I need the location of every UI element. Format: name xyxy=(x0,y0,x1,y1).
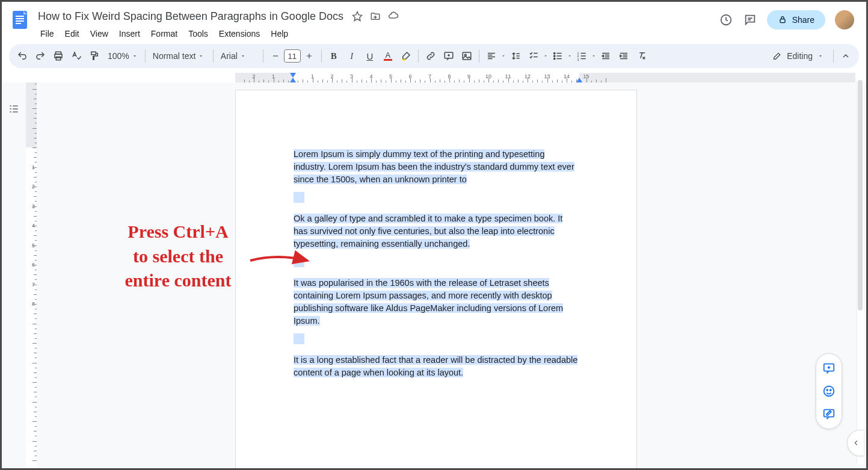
checklist-button[interactable] xyxy=(525,48,542,64)
paragraph[interactable]: Lorem Ipsum is simply dummy text of the … xyxy=(294,148,579,186)
align-button[interactable] xyxy=(483,48,500,64)
outline-toggle-button[interactable] xyxy=(5,100,22,117)
page[interactable]: Lorem Ipsum is simply dummy text of the … xyxy=(235,90,637,470)
svg-rect-4 xyxy=(16,23,21,24)
document-title[interactable]: How to Fix Weird Spacing Between Paragra… xyxy=(35,9,346,24)
move-to-folder-icon[interactable] xyxy=(370,11,381,22)
paragraph[interactable]: It was popularised in the 1960s with the… xyxy=(294,277,579,327)
chevron-down-icon xyxy=(501,54,506,58)
redo-button[interactable] xyxy=(32,48,49,64)
share-label: Share xyxy=(792,15,814,25)
svg-point-15 xyxy=(553,55,555,57)
menu-insert[interactable]: Insert xyxy=(114,26,145,41)
menu-help[interactable]: Help xyxy=(266,26,293,41)
highlight-button[interactable] xyxy=(398,48,414,64)
line-spacing-button[interactable] xyxy=(507,48,524,64)
editing-mode-label: Editing xyxy=(787,51,813,61)
paragraph[interactable] xyxy=(294,256,579,271)
svg-rect-6 xyxy=(780,19,785,23)
svg-point-23 xyxy=(826,389,828,391)
insert-image-button[interactable] xyxy=(458,48,475,64)
numbered-list-button[interactable]: 123 xyxy=(573,48,590,64)
docs-app-icon[interactable] xyxy=(9,9,31,31)
history-icon[interactable] xyxy=(719,13,733,27)
style-select[interactable]: Normal text xyxy=(149,48,209,64)
font-value: Arial xyxy=(221,51,238,61)
print-button[interactable] xyxy=(50,48,67,64)
menu-view[interactable]: View xyxy=(85,26,113,41)
add-comment-button[interactable] xyxy=(818,357,840,379)
clear-formatting-button[interactable] xyxy=(633,48,650,64)
bold-button[interactable]: B xyxy=(325,48,342,64)
paragraph[interactable] xyxy=(294,333,579,348)
svg-rect-3 xyxy=(16,20,24,22)
emoji-reaction-button[interactable] xyxy=(818,380,840,402)
toolbar: 100% Normal text Arial B I U A xyxy=(9,44,859,68)
decrease-font-button[interactable] xyxy=(267,48,284,64)
paragraph[interactable] xyxy=(294,192,579,206)
menu-format[interactable]: Format xyxy=(146,26,182,41)
svg-point-24 xyxy=(830,389,831,391)
share-button[interactable]: Share xyxy=(767,10,825,29)
insert-link-button[interactable] xyxy=(422,48,439,64)
account-avatar[interactable] xyxy=(835,10,854,29)
svg-rect-25 xyxy=(824,410,834,417)
chevron-down-icon xyxy=(591,54,596,58)
insert-comment-button[interactable] xyxy=(440,48,457,64)
vertical-scrollbar[interactable] xyxy=(857,80,864,465)
font-size-input[interactable] xyxy=(284,49,301,63)
italic-button[interactable]: I xyxy=(343,48,360,64)
svg-text:3: 3 xyxy=(577,58,579,61)
svg-rect-1 xyxy=(16,16,24,17)
zoom-select[interactable]: 100% xyxy=(104,48,141,64)
font-select[interactable]: Arial xyxy=(217,48,259,64)
header: How to Fix Weird Spacing Between Paragra… xyxy=(2,2,866,40)
comments-icon[interactable] xyxy=(743,13,757,27)
underline-button[interactable]: U xyxy=(362,48,378,64)
spellcheck-button[interactable] xyxy=(68,48,85,64)
menu-file[interactable]: File xyxy=(35,26,59,41)
vertical-ruler[interactable]: 12345678 xyxy=(26,82,37,470)
increase-indent-button[interactable] xyxy=(615,48,632,64)
menu-extensions[interactable]: Extensions xyxy=(214,26,265,41)
paint-format-button[interactable] xyxy=(86,48,103,64)
paragraph[interactable]: Ok a galley of type and scrambled it to … xyxy=(294,212,579,250)
svg-point-14 xyxy=(553,52,555,54)
undo-button[interactable] xyxy=(14,48,31,64)
floating-tools xyxy=(816,353,842,429)
style-value: Normal text xyxy=(153,51,196,61)
collapse-toolbar-button[interactable] xyxy=(837,48,854,64)
svg-point-16 xyxy=(553,58,555,59)
editing-mode-button[interactable]: Editing xyxy=(766,47,830,65)
svg-rect-2 xyxy=(16,18,24,19)
svg-rect-10 xyxy=(91,52,96,55)
svg-point-22 xyxy=(824,386,834,397)
paragraph[interactable]: It is a long established fact that a rea… xyxy=(294,354,579,379)
cloud-status-icon[interactable] xyxy=(388,11,399,22)
text-color-button[interactable]: A xyxy=(380,48,396,64)
menubar: File Edit View Insert Format Tools Exten… xyxy=(35,26,719,42)
chevron-down-icon xyxy=(567,54,572,58)
zoom-value: 100% xyxy=(108,51,129,61)
menu-tools[interactable]: Tools xyxy=(183,26,213,41)
increase-font-button[interactable] xyxy=(301,48,318,64)
suggest-edits-button[interactable] xyxy=(818,403,840,425)
menu-edit[interactable]: Edit xyxy=(60,26,84,41)
horizontal-ruler[interactable]: 21123456789101112131415 xyxy=(2,72,866,82)
svg-rect-12 xyxy=(463,52,471,60)
chevron-down-icon xyxy=(543,54,548,58)
star-icon[interactable] xyxy=(352,11,363,22)
decrease-indent-button[interactable] xyxy=(597,48,614,64)
bulleted-list-button[interactable] xyxy=(549,48,566,64)
